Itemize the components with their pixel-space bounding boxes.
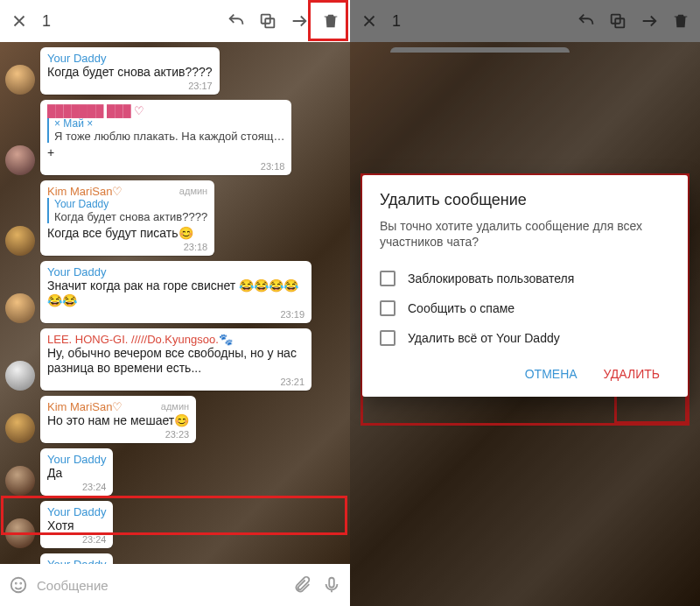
reply-text: Когда будет снова актив???? <box>54 210 207 223</box>
message-bubble[interactable]: Kim MariSan♡админYour DaddyКогда будет с… <box>40 180 214 256</box>
pane-right: 1 Your DaddyКогда будет снова актив????2… <box>350 0 700 606</box>
sender-name: Your Daddy <box>47 505 106 518</box>
message-bubble[interactable]: ███████ ███ ♡× Май ×Я тоже люблю плакать… <box>40 100 291 175</box>
message-text: Да <box>47 466 106 481</box>
message-row[interactable]: LEE. HONG-GI. /////Do.Kyungsoo.🐾Ну, обыч… <box>5 328 345 391</box>
sender-name: Your Daddy <box>47 453 106 466</box>
sender-name: ███████ ███ ♡ <box>47 104 284 117</box>
message-bubble[interactable]: LEE. HONG-GI. /////Do.Kyungsoo.🐾Ну, обыч… <box>40 328 312 391</box>
reply-block: Your DaddyКогда будет снова актив???? <box>47 198 207 223</box>
message-row[interactable]: Kim MariSan♡админНо это нам не мешает😊23… <box>5 396 345 443</box>
mic-icon[interactable] <box>320 574 343 596</box>
message-time: 23:18 <box>47 242 207 252</box>
chat-area[interactable]: Your DaddyКогда будет снова актив????23:… <box>0 42 350 564</box>
message-bubble[interactable]: Your DaddyИногда23:24 <box>40 553 113 564</box>
message-time: 23:19 <box>47 309 304 320</box>
sender-name: Kim MariSan♡админ <box>47 400 189 413</box>
cancel-button[interactable]: ОТМЕНА <box>514 360 588 388</box>
dialog-option[interactable]: Удалить всё от Your Daddy <box>380 323 670 353</box>
svg-point-3 <box>16 583 17 584</box>
message-text: Когда все будут писать😊 <box>47 226 207 241</box>
forward-icon[interactable] <box>287 9 312 33</box>
message-time: 23:24 <box>47 534 106 545</box>
svg-point-2 <box>11 578 26 593</box>
message-bubble[interactable]: Your DaddyКогда будет снова актив????23:… <box>40 47 220 95</box>
input-bar: Сообщение <box>0 564 350 606</box>
sender-name: Your Daddy <box>47 52 213 65</box>
option-label: Заблокировать пользователя <box>408 271 574 285</box>
message-row[interactable]: Kim MariSan♡админYour DaddyКогда будет с… <box>5 180 345 256</box>
avatar[interactable] <box>5 518 35 548</box>
copy-icon[interactable] <box>256 9 280 33</box>
option-label: Сообщить о спаме <box>408 301 514 315</box>
checkbox-icon[interactable] <box>380 300 396 316</box>
checkbox-icon[interactable] <box>380 330 396 346</box>
admin-badge: админ <box>161 400 189 413</box>
actionbar: 1 <box>0 0 350 42</box>
message-text: Хотя <box>47 518 106 533</box>
delete-icon[interactable] <box>318 9 343 33</box>
reply-block: × Май ×Я тоже люблю плакать. На каждой с… <box>47 117 284 143</box>
message-bubble[interactable]: Your DaddyХотя23:24 <box>40 501 113 548</box>
message-bubble[interactable]: Your DaddyЗначит когда рак на горе свисн… <box>40 261 312 323</box>
pane-left: 1 Your DaddyКогда будет снова актив????2… <box>0 0 350 606</box>
avatar[interactable] <box>5 466 35 496</box>
message-row[interactable]: Your DaddyДа23:24 <box>5 448 345 496</box>
sender-name: Kim MariSan♡админ <box>47 185 207 198</box>
close-icon[interactable] <box>7 9 32 33</box>
reply-text: Я тоже люблю плакать. На каждой стоящ… <box>54 130 284 143</box>
message-bubble[interactable]: Kim MariSan♡админНо это нам не мешает😊23… <box>40 396 196 443</box>
delete-button[interactable]: УДАЛИТЬ <box>593 360 670 388</box>
message-time: 23:18 <box>47 161 284 172</box>
message-bubble[interactable]: Your DaddyДа23:24 <box>40 448 113 496</box>
avatar[interactable] <box>5 226 35 256</box>
message-row[interactable]: Your DaddyКогда будет снова актив????23:… <box>5 47 345 95</box>
message-row[interactable]: Your DaddyХотя23:24 <box>5 501 345 548</box>
delete-dialog: Удалить сообщение Вы точно хотите удалит… <box>362 175 688 397</box>
avatar[interactable] <box>5 65 35 95</box>
avatar[interactable] <box>5 413 35 443</box>
reply-name: Your Daddy <box>54 198 207 210</box>
message-row[interactable]: Your DaddyЗначит когда рак на горе свисн… <box>5 261 345 323</box>
avatar[interactable] <box>5 361 35 391</box>
reply-name: × Май × <box>54 117 284 130</box>
message-time: 23:23 <box>47 429 189 440</box>
dialog-body: Вы точно хотите удалить сообщение для вс… <box>380 218 670 250</box>
emoji-icon[interactable] <box>7 574 30 596</box>
message-text: Когда будет снова актив???? <box>47 65 213 80</box>
sender-name: Your Daddy <box>47 558 106 564</box>
attach-icon[interactable] <box>290 574 313 596</box>
checkbox-icon[interactable] <box>380 271 396 286</box>
reply-icon[interactable] <box>224 9 248 33</box>
message-text: + <box>47 145 284 160</box>
svg-point-4 <box>20 583 21 584</box>
message-time: 23:17 <box>47 81 213 91</box>
message-row[interactable]: ███████ ███ ♡× Май ×Я тоже люблю плакать… <box>5 100 345 175</box>
selection-count: 1 <box>42 12 51 31</box>
message-text: Но это нам не мешает😊 <box>47 413 189 428</box>
message-text: Значит когда рак на горе свиснет 😂😂😂😂😂😂 <box>47 278 304 308</box>
message-input[interactable]: Сообщение <box>37 578 284 593</box>
dialog-option[interactable]: Сообщить о спаме <box>380 293 670 323</box>
svg-rect-5 <box>329 578 334 588</box>
message-time: 23:21 <box>47 377 304 387</box>
avatar[interactable] <box>5 293 35 323</box>
message-row[interactable]: Your DaddyИногда23:24 <box>5 553 345 564</box>
admin-badge: админ <box>179 185 207 198</box>
option-label: Удалить всё от Your Daddy <box>408 331 560 345</box>
message-time: 23:24 <box>47 482 106 492</box>
avatar[interactable] <box>5 145 35 175</box>
message-text: Ну, обычно вечером все свободны, но у на… <box>47 346 304 376</box>
dialog-option[interactable]: Заблокировать пользователя <box>380 264 670 293</box>
dialog-title: Удалить сообщение <box>380 191 670 209</box>
sender-name: LEE. HONG-GI. /////Do.Kyungsoo.🐾 <box>47 333 304 346</box>
sender-name: Your Daddy <box>47 265 304 278</box>
